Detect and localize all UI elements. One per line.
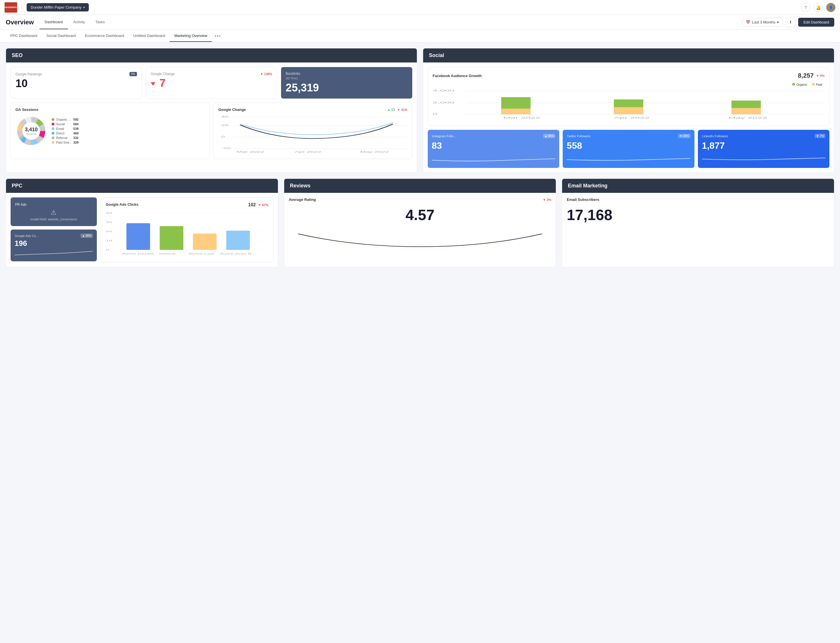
dash-tab-ecommerce[interactable]: Ecommerce Dashboard (80, 30, 129, 42)
brand-logo: DUNDER MIFFLIN (5, 2, 17, 13)
gac-header: Google Ads Co... ▲ 36% (15, 233, 93, 238)
google-ads-clicks-change: ▼ 67% (258, 203, 268, 207)
svg-text:default: default (159, 253, 176, 255)
backlinks-sublabel: (All Time) (285, 77, 408, 80)
dash-tab-untitled[interactable]: Untitled Dashboard (129, 30, 170, 42)
social-section-content: Facebook Audience Growth 8,257 ▼ 5% Orga… (423, 62, 834, 173)
help-button[interactable]: ? (801, 3, 810, 12)
svg-rect-46 (193, 233, 217, 250)
dash-tab-ppc[interactable]: PPC Dashboard (6, 30, 42, 42)
svg-text:-20: -20 (221, 147, 231, 150)
instagram-sparkline (432, 155, 555, 163)
share-button[interactable]: ⬆ (786, 18, 795, 27)
twitter-title: Twitter Followers (567, 134, 590, 138)
linkedin-title: LinkedIn Followers (702, 134, 728, 138)
dash-tab-social[interactable]: Social Dashboard (42, 30, 80, 42)
notifications-button[interactable]: 🔔 (814, 3, 823, 12)
google-change-chart-badges: ▲ 13 ▼ 31% (387, 108, 408, 111)
linkedin-badge: ▼ 7% (815, 134, 825, 138)
donut-label: 3,410 Sessions (24, 127, 38, 135)
reviews-section: Reviews Average Rating ▼ 3% 4.57 (284, 178, 556, 268)
facebook-card-header: Facebook Audience Growth 8,257 ▼ 5% (432, 72, 825, 79)
google-change-chart-title: Google Change (218, 108, 246, 112)
ppc-section-content: FR Ads ⚠ invalid field: website_conversi… (6, 193, 278, 267)
reviews-section-header: Reviews (284, 179, 556, 193)
fr-ads-card: FR Ads ⚠ invalid field: website_conversi… (11, 197, 97, 226)
tab-activity[interactable]: Activity (68, 15, 90, 29)
donut-value: 3,410 (24, 127, 38, 133)
svg-text:40: 40 (221, 115, 228, 118)
chevron-down-icon: ▾ (83, 6, 85, 9)
svg-text:0: 0 (106, 248, 109, 251)
svg-text:2,000: 2,000 (432, 101, 455, 104)
google-ads-clicks-header: Google Ads Clicks 102 ▼ 67% (106, 202, 268, 207)
linkedin-sparkline (702, 155, 825, 163)
linkedin-card: LinkedIn Followers ▼ 7% 1,877 (698, 130, 829, 168)
google-ads-clicks-chart: 40 30 20 10 0 (106, 211, 268, 257)
twitter-card: Twitter Followers ▼ 45% 558 (563, 130, 694, 168)
svg-text:May 2022: May 2022 (360, 150, 389, 153)
legend-item-direct: Direct 469 (52, 132, 78, 135)
ga-sessions-card: GA Sessions (11, 103, 209, 159)
legend-item-referral: Referral 332 (52, 136, 78, 140)
seo-top-metrics: Google Rankings 0% 10 Google Change ▼ 13… (11, 67, 412, 99)
google-rankings-value: 10 (15, 77, 137, 90)
tab-dashboard[interactable]: Dashboard (39, 15, 68, 29)
svg-rect-45 (160, 226, 183, 250)
calendar-icon: 📅 (746, 20, 750, 24)
facebook-title: Facebook Audience Growth (432, 73, 481, 78)
svg-text:4,000: 4,000 (432, 89, 455, 92)
google-change-small-title: Google Change ▼ 138% (151, 72, 272, 76)
backlinks-value: 25,319 (285, 82, 408, 94)
facebook-change: ▼ 5% (816, 74, 825, 77)
legend-dot-paid (52, 141, 54, 144)
email-subscribers-title: Email Subscribers (567, 197, 829, 202)
legend-dot-paid (812, 83, 815, 86)
svg-text:Apr 2022: Apr 2022 (614, 116, 650, 119)
svg-text:30: 30 (106, 221, 112, 224)
avatar[interactable]: 👤 (826, 3, 835, 12)
svg-rect-44 (126, 223, 150, 250)
company-selector[interactable]: Dunder Mifflin Paper Company ▾ (27, 3, 89, 11)
date-range-button[interactable]: 📅 Last 3 Months ▾ (742, 18, 783, 27)
instagram-value: 83 (432, 140, 555, 151)
top-sections-row: SEO Google Rankings 0% 10 G (6, 48, 834, 173)
legend-dot-social (52, 122, 54, 126)
email-subscribers-card: Email Subscribers 17,168 (567, 197, 829, 224)
page-title: Overview (6, 19, 34, 26)
gac-value: 196 (15, 239, 93, 248)
svg-text:0: 0 (432, 113, 437, 116)
backlinks-title: Backlinks (285, 72, 408, 76)
edit-dashboard-button[interactable]: Edit Dashboard (798, 18, 834, 27)
page-tabs: Dashboard Activity Tasks (39, 15, 110, 29)
svg-text:10: 10 (106, 239, 112, 242)
avg-rating-header: Average Rating ▼ 3% (289, 197, 551, 202)
more-tabs-button[interactable]: ••• (212, 30, 224, 42)
google-change-small-badge: ▼ 138% (260, 72, 272, 76)
ga-legend: Organic ... 592 Social 584 (52, 118, 78, 144)
dash-tab-marketing[interactable]: Marketing Overview (170, 30, 212, 42)
svg-text:May 2022: May 2022 (729, 116, 767, 119)
email-section: Email Marketing Email Subscribers 17,168 (562, 178, 834, 268)
ppc-section: PPC FR Ads ⚠ invalid field: website_conv… (6, 178, 278, 268)
email-section-content: Email Subscribers 17,168 (562, 193, 834, 228)
dashboard-tabs: PPC Dashboard Social Dashboard Ecommerce… (0, 30, 840, 42)
legend-dot-organic (792, 83, 795, 86)
legend-dot-email (52, 127, 54, 130)
svg-rect-28 (614, 107, 643, 114)
google-change-small-card: Google Change ▼ 138% 7 (146, 67, 277, 99)
tab-tasks[interactable]: Tasks (90, 15, 110, 29)
gc-badge-neg: ▼ 31% (397, 108, 408, 111)
svg-text:Acme Dental: Acme Dental (122, 253, 154, 255)
reviews-section-content: Average Rating ▼ 3% 4.57 (284, 193, 556, 256)
social-section: Social Facebook Audience Growth 8,257 ▼ … (423, 48, 834, 173)
linkedin-header: LinkedIn Followers ▼ 7% (702, 134, 825, 138)
legend-item-paid: Paid Sea... 329 (52, 141, 78, 144)
fr-ads-error: invalid field: website_conversions (30, 217, 77, 221)
ga-sessions-content: 3,410 Sessions Organic ... 592 (15, 115, 205, 147)
instagram-header: Instagram Follo... ▲ 88% (432, 134, 555, 138)
social-section-header: Social (423, 49, 834, 62)
avg-rating-title: Average Rating (289, 197, 316, 202)
main-content: SEO Google Rankings 0% 10 G (0, 42, 840, 273)
svg-text:20: 20 (221, 124, 228, 127)
